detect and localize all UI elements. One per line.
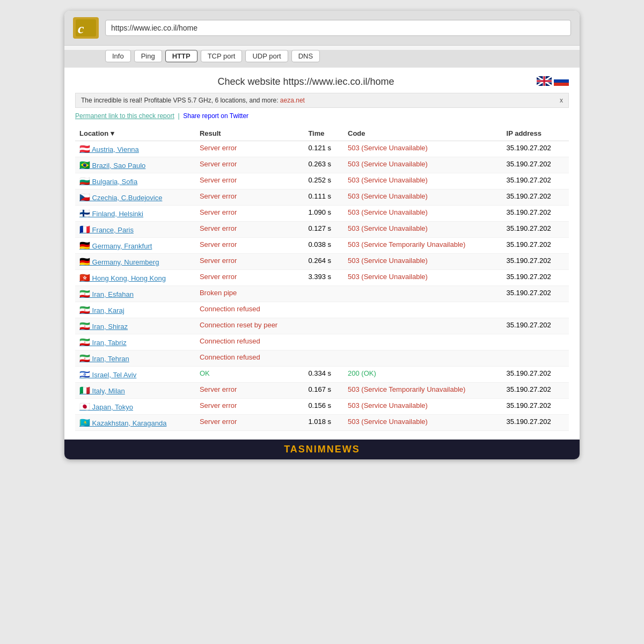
dns-button[interactable]: DNS [291, 50, 320, 62]
cell-location[interactable]: 🇮🇹 Italy, Milan [75, 383, 195, 399]
cell-ip: 35.190.27.202 [502, 399, 569, 415]
cell-location[interactable]: 🇩🇪 Germany, Nuremberg [75, 254, 195, 270]
cell-code: 503 (Service Unavailable) [343, 189, 502, 206]
permanent-link-bar: Permanent link to this check report | Sh… [75, 112, 569, 120]
cell-location[interactable]: 🇰🇿 Kazakhstan, Karaganda [75, 415, 195, 431]
cell-ip: 35.190.27.202 [502, 254, 569, 270]
cell-result: Server error [195, 222, 304, 238]
cell-time: 1.090 s [304, 206, 343, 222]
tcp-port-button[interactable]: TCP port [201, 50, 243, 62]
cell-code: 200 (OK) [343, 367, 502, 383]
udp-port-button[interactable]: UDP port [245, 50, 288, 62]
table-row: 🇨🇿 Czechia, C.Budejovice Server error 0.… [75, 189, 569, 206]
cell-time [304, 286, 343, 302]
col-result: Result [195, 126, 304, 141]
ad-text: The incredible is real! Profitable VPS 5… [81, 97, 305, 104]
cell-code [343, 286, 502, 302]
cell-result: Connection reset by peer [195, 318, 304, 334]
cell-time: 0.127 s [304, 222, 343, 238]
cell-result: Connection refused [195, 334, 304, 350]
cell-time: 1.018 s [304, 415, 343, 431]
cell-time: 0.167 s [304, 383, 343, 399]
cell-result: Server error [195, 415, 304, 431]
cell-time: 0.121 s [304, 141, 343, 157]
cell-ip: 35.190.27.202 [502, 173, 569, 189]
info-button[interactable]: Info [105, 50, 131, 62]
cell-ip: 35.190.27.202 [502, 157, 569, 173]
table-row: 🇮🇱 Israel, Tel Aviv OK 0.334 s 200 (OK) … [75, 367, 569, 383]
language-flags [537, 76, 569, 86]
url-bar[interactable] [105, 20, 571, 36]
browser-toolbar: c [64, 11, 580, 46]
cell-ip [502, 334, 569, 350]
cell-location[interactable]: 🇦🇹 Austria, Vienna [75, 141, 195, 157]
cell-time: 0.264 s [304, 254, 343, 270]
cell-ip: 35.190.27.202 [502, 383, 569, 399]
cell-time: 0.263 s [304, 157, 343, 173]
cell-time: 0.038 s [304, 238, 343, 254]
tasnim-banner: TASNIMNEWS [64, 440, 580, 459]
cell-ip [502, 302, 569, 318]
cell-location[interactable]: 🇫🇮 Finland, Helsinki [75, 206, 195, 222]
table-row: 🇮🇷 Iran, Tehran Connection refused [75, 350, 569, 367]
cell-ip: 35.190.27.202 [502, 415, 569, 431]
cell-location[interactable]: 🇮🇱 Israel, Tel Aviv [75, 367, 195, 383]
cell-result: Connection refused [195, 350, 304, 367]
cell-time: 3.393 s [304, 270, 343, 286]
table-row: 🇮🇷 Iran, Shiraz Connection reset by peer… [75, 318, 569, 334]
ad-link[interactable]: aeza.net [280, 97, 305, 104]
cell-code [343, 334, 502, 350]
russian-flag-icon[interactable] [554, 76, 569, 86]
cell-code [343, 318, 502, 334]
cell-ip: 35.190.27.202 [502, 286, 569, 302]
cell-result: Server error [195, 189, 304, 206]
cell-ip: 35.190.27.202 [502, 206, 569, 222]
cell-location[interactable]: 🇭🇰 Hong Kong, Hong Kong [75, 270, 195, 286]
cell-location[interactable]: 🇧🇬 Bulgaria, Sofia [75, 173, 195, 189]
cell-location[interactable]: 🇮🇷 Iran, Shiraz [75, 318, 195, 334]
cell-result: Broken pipe [195, 286, 304, 302]
cell-location[interactable]: 🇧🇷 Brazil, Sao Paulo [75, 157, 195, 173]
cell-result: Server error [195, 206, 304, 222]
cell-result: Server error [195, 141, 304, 157]
svg-rect-11 [554, 83, 569, 86]
cell-time [304, 334, 343, 350]
table-row: 🇮🇷 Iran, Esfahan Broken pipe 35.190.27.2… [75, 286, 569, 302]
ping-button[interactable]: Ping [134, 50, 162, 62]
cell-location[interactable]: 🇨🇿 Czechia, C.Budejovice [75, 189, 195, 206]
share-text: Share report [183, 112, 219, 120]
table-row: 🇭🇰 Hong Kong, Hong Kong Server error 3.3… [75, 270, 569, 286]
cell-result: Server error [195, 399, 304, 415]
cell-ip: 35.190.27.202 [502, 222, 569, 238]
cell-location[interactable]: 🇮🇷 Iran, Esfahan [75, 286, 195, 302]
cell-ip: 35.190.27.202 [502, 238, 569, 254]
table-row: 🇯🇵 Japan, Tokyo Server error 0.156 s 503… [75, 399, 569, 415]
cell-location[interactable]: 🇩🇪 Germany, Frankfurt [75, 238, 195, 254]
cell-time [304, 318, 343, 334]
cell-code: 503 (Service Temporarily Unavailable) [343, 383, 502, 399]
english-flag-icon[interactable] [537, 76, 552, 86]
cell-code: 503 (Service Unavailable) [343, 399, 502, 415]
svg-rect-10 [554, 79, 569, 83]
share-twitter-link[interactable]: on Twitter [221, 112, 248, 120]
cell-location[interactable]: 🇮🇷 Iran, Karaj [75, 302, 195, 318]
cell-location[interactable]: 🇫🇷 France, Paris [75, 222, 195, 238]
results-table: Location ▾ Result Time Code IP address 🇦… [75, 126, 569, 431]
ad-close-button[interactable]: x [560, 97, 563, 104]
nav-buttons-section: Info Ping HTTP TCP port UDP port DNS [64, 50, 580, 68]
http-button[interactable]: HTTP [165, 50, 197, 62]
col-code: Code [343, 126, 502, 141]
cell-code: 503 (Service Unavailable) [343, 222, 502, 238]
svg-rect-9 [554, 76, 569, 79]
cell-code: 503 (Service Unavailable) [343, 254, 502, 270]
cell-code: 503 (Service Unavailable) [343, 206, 502, 222]
cell-time: 0.334 s [304, 367, 343, 383]
cell-location[interactable]: 🇮🇷 Iran, Tabriz [75, 334, 195, 350]
cell-time: 0.111 s [304, 189, 343, 206]
permanent-link[interactable]: Permanent link to this check report [75, 112, 174, 120]
cell-ip: 35.190.27.202 [502, 189, 569, 206]
logo: c [73, 17, 99, 39]
cell-location[interactable]: 🇯🇵 Japan, Tokyo [75, 399, 195, 415]
cell-code [343, 302, 502, 318]
cell-location[interactable]: 🇮🇷 Iran, Tehran [75, 350, 195, 367]
